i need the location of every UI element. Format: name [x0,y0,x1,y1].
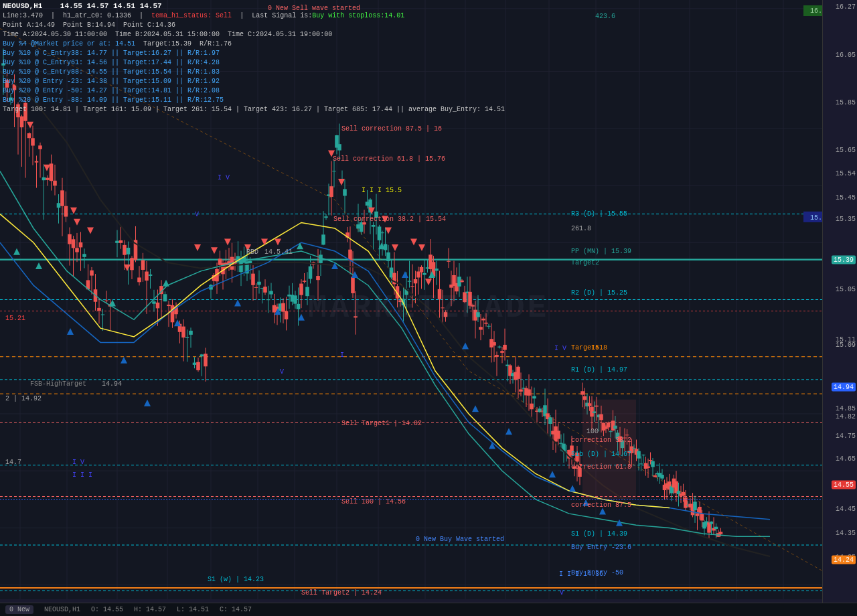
bottom-close: C: 14.57 [220,606,252,613]
bottom-open: O: 14.55 [91,606,123,613]
bottom-low: L: 14.51 [177,606,209,613]
bottom-symbol: NEOUSD,H1 [44,606,80,613]
chart-canvas [0,0,857,616]
bottom-bar: 0 New NEOUSD,H1 O: 14.55 H: 14.57 L: 14.… [0,603,857,616]
chart-container: NEOUSD,H1 14.55 14.57 14.51 14.57 Line:3… [0,0,857,616]
new-badge: 0 New [5,605,33,614]
bottom-high: H: 14.57 [134,606,166,613]
